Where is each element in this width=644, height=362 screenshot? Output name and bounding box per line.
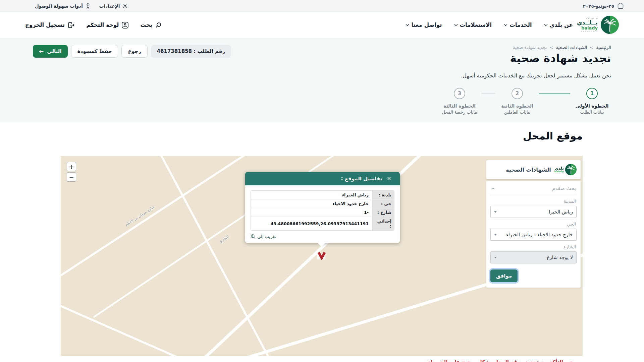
location-map[interactable]: شارع مروان بن الحكم طريق ابو بكر الطارق …	[61, 156, 583, 356]
dashboard-button[interactable]: لوحة التحكم	[86, 21, 129, 29]
step-3-circle: 3	[454, 88, 465, 99]
menu-label: الخدمات	[509, 22, 532, 28]
accessibility-link[interactable]: أدوات سهولة الوصول	[35, 3, 91, 9]
step-1[interactable]: 1 الخطوة الأولى بيانات الطلب	[570, 88, 614, 115]
stepper-line	[481, 94, 495, 94]
city-field-label: المدينة	[491, 199, 576, 204]
health-certificates-panel: بلدي balady الشهادات الصحية بحث متقدم ال…	[486, 160, 581, 288]
street-field-label: الشارع	[491, 244, 576, 249]
menu-contact-us[interactable]: تواصل معنا	[406, 22, 442, 28]
street-select[interactable]: لا يوجد شارع	[490, 251, 577, 263]
navbar-actions: بحث لوحة التحكم تسجيل الخروج	[25, 12, 162, 38]
arrow-left-icon: ←	[39, 48, 44, 55]
gear-icon	[122, 3, 128, 9]
main-navbar: خــدمــات بــلــدي balady services عن بل…	[0, 12, 644, 38]
confirm-button[interactable]: موافق	[490, 269, 518, 282]
balady-logo-text: خــدمــات بــلــدي balady services	[577, 17, 598, 33]
settings-link[interactable]: الإعدادات	[99, 3, 128, 9]
advanced-search-label: بحث متقدم	[552, 185, 576, 191]
table-row: إحداثي : 43.48008661992559,26.0939791344…	[251, 217, 394, 230]
location-details-popup: ✕ تفاصيل الموقع : بلدية : رياض الخبراء ح…	[245, 172, 400, 243]
balady-logo[interactable]: خــدمــات بــلــدي balady services	[577, 16, 619, 34]
mini-logo-en: balady	[554, 170, 564, 173]
table-row: بلدية : رياض الخبراء	[251, 191, 394, 199]
district-select-value: خارج حدود الاحياء - رياض الخبراء	[506, 232, 573, 237]
advanced-search-toggle[interactable]: بحث متقدم	[490, 184, 577, 195]
zoom-out-button[interactable]: −	[67, 172, 76, 182]
panel-title: الشهادات الصحية	[506, 167, 551, 173]
main-menu: عن بلدي الخدمات الاستعلامات تواصل معنا	[406, 12, 573, 38]
menu-label: عن بلدي	[550, 22, 573, 28]
balady-mini-logo: بلدي balady	[554, 164, 577, 175]
save-draft-button[interactable]: حفظ كمسودة	[71, 45, 118, 58]
step-2-circle: 2	[512, 88, 523, 99]
street-value: -1	[251, 208, 372, 217]
menu-inquiries[interactable]: الاستعلامات	[454, 22, 492, 28]
logo-line-balady-ar: بــلــدي	[577, 20, 598, 26]
map-zoom-controls: + −	[67, 162, 76, 182]
district-value: خارج حدود الاحياء	[251, 199, 372, 208]
chevron-down-icon	[454, 24, 458, 26]
district-field-label: الحي	[491, 222, 576, 227]
menu-label: الاستعلامات	[460, 22, 492, 28]
breadcrumb-separator: >	[549, 45, 553, 50]
step-2-subtitle: بيانات العاملين	[504, 110, 530, 115]
step-2-title: الخطوة الثانية	[501, 103, 533, 109]
municipality-label: بلدية :	[372, 191, 394, 199]
menu-services[interactable]: الخدمات	[504, 22, 532, 28]
page-title: تجديد شهادة صحية	[510, 52, 611, 65]
dropdown-arrow-icon	[494, 234, 497, 236]
municipality-value: رياض الخبراء	[251, 191, 372, 199]
step-1-circle: 1	[586, 88, 598, 99]
menu-label: تواصل معنا	[411, 22, 442, 28]
shop-location-heading: موقع المحل	[523, 130, 583, 142]
accessibility-label: أدوات سهولة الوصول	[35, 3, 83, 9]
stepper-line-active	[539, 94, 570, 94]
chevron-down-icon	[544, 24, 548, 26]
table-row: حي : خارج حدود الاحياء	[251, 199, 394, 208]
logo-line-services: services	[581, 31, 598, 33]
logout-icon	[67, 22, 75, 28]
request-number-badge: رقم الطلب : 4617381858	[151, 45, 231, 58]
zoom-to-label: تقريب إلى	[257, 234, 276, 239]
table-row: شارع : -1	[251, 208, 394, 217]
zoom-in-button[interactable]: +	[67, 162, 76, 171]
step-3-subtitle: بيانات رخصة المحل	[442, 110, 477, 115]
search-button[interactable]: بحث	[140, 22, 162, 28]
close-icon[interactable]: ✕	[387, 176, 391, 182]
step-2[interactable]: 2 الخطوة الثانية بيانات العاملين	[495, 88, 539, 115]
breadcrumb-health-certificates[interactable]: الشهادات الصحية	[556, 45, 587, 50]
settings-label: الإعدادات	[99, 3, 120, 9]
popup-pointer	[318, 243, 325, 247]
step-1-subtitle: بيانات الطلب	[580, 110, 604, 115]
accessibility-icon	[85, 3, 91, 9]
calendar-icon	[617, 3, 624, 9]
breadcrumb-current: تجديد شهادة صحية	[513, 45, 547, 50]
search-icon	[155, 22, 162, 28]
next-button[interactable]: التالي ←	[33, 45, 68, 58]
zoom-to-link[interactable]: تقريب إلى	[251, 234, 276, 239]
step-3[interactable]: 3 الخطوة الثالثة بيانات رخصة المحل	[438, 88, 481, 115]
breadcrumb-home[interactable]: الرئيسية	[596, 45, 611, 50]
panel-footer: موافق	[490, 269, 577, 282]
map-validation-note: يرجى التأكد من تحديد موقع المحل بشكل صحي…	[427, 359, 579, 362]
district-select[interactable]: خارج حدود الاحياء - رياض الخبراء	[490, 229, 577, 241]
chevron-up-icon	[491, 187, 495, 190]
city-select-value: رياض الخبرا	[549, 209, 573, 215]
user-card-icon	[121, 21, 129, 29]
balady-palm-icon	[601, 16, 619, 34]
page: { "topbar": { "date": "٢٥-يونيو-٢٠٢٥", "…	[0, 0, 644, 362]
city-select[interactable]: رياض الخبرا	[490, 206, 577, 218]
logout-button[interactable]: تسجيل الخروج	[25, 22, 75, 28]
breadcrumb-separator: >	[590, 45, 593, 50]
magnifier-plus-icon	[251, 234, 256, 239]
back-button[interactable]: رجوع	[121, 45, 147, 58]
popup-title: تفاصيل الموقع :	[341, 176, 382, 182]
popup-header: ✕ تفاصيل الموقع :	[245, 172, 400, 185]
dashboard-label: لوحة التحكم	[86, 22, 119, 28]
logo-line-balady-en: balady	[581, 26, 598, 31]
menu-about-balady[interactable]: عن بلدي	[544, 22, 573, 28]
location-pin-icon[interactable]	[317, 251, 326, 260]
mini-logo-text: بلدي balady	[554, 166, 564, 173]
dropdown-arrow-icon	[494, 211, 497, 213]
